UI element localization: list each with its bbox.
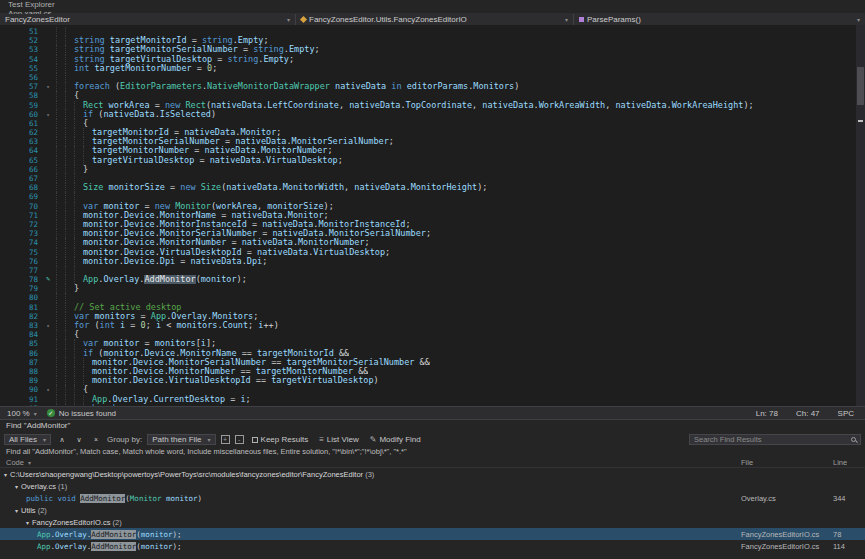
result-main-cell: App.Overlay.AddMonitor(monitor);	[0, 542, 741, 551]
code-line[interactable]: 87monitor.Device.MonitorSerialNumber == …	[0, 358, 865, 367]
code-line[interactable]: 81// Set active desktop	[0, 303, 865, 312]
code-line[interactable]: 90▾{	[0, 385, 865, 394]
code-line[interactable]: 84{	[0, 330, 865, 339]
code-line[interactable]: 59Rect workArea = new Rect(nativeData.Le…	[0, 101, 865, 110]
collapse-all-icon[interactable]: -	[235, 435, 244, 444]
result-group-row[interactable]: ▾Overlay.cs (1)	[0, 480, 865, 492]
code-token: ,	[472, 101, 482, 110]
column-header-file[interactable]: File	[741, 458, 833, 467]
code-editor[interactable]: 5152string targetMonitorId = string.Empt…	[0, 25, 865, 406]
code-line[interactable]: 52string targetMonitorId = string.Empty;	[0, 36, 865, 45]
code-line[interactable]: 71monitor.Device.MonitorName = nativeDat…	[0, 211, 865, 220]
code-line[interactable]: 70var monitor = new Monitor(workArea, mo…	[0, 202, 865, 211]
keep-results-label: Keep Results	[261, 435, 309, 444]
expander-icon[interactable]: ▾	[15, 507, 18, 514]
spaces-indicator[interactable]: SPC	[834, 409, 858, 418]
modify-find-button[interactable]: ✎ Modify Find	[367, 434, 424, 445]
project-dropdown[interactable]: FancyZonesEditor ▾	[0, 14, 296, 25]
code-token: Overlay	[103, 275, 139, 284]
vertical-scrollbar[interactable]	[856, 25, 865, 406]
code-token: targetMonitorNumber	[92, 146, 189, 155]
code-line[interactable]: 60▾if (nativeData.IsSelected)	[0, 110, 865, 119]
code-line[interactable]: 85var monitor = monitors[i];	[0, 339, 865, 348]
gutter-cell	[42, 64, 54, 73]
tab-test-explorer[interactable]: Test Explorer	[0, 0, 108, 9]
document-health-indicator[interactable]: ✓ No issues found	[47, 409, 116, 418]
code-line[interactable]: 54string targetVirtualDesktop = string.E…	[0, 55, 865, 64]
result-match-row[interactable]: App.Overlay.AddMonitor(monitor);FancyZon…	[0, 528, 865, 540]
code-line[interactable]: 67	[0, 174, 865, 183]
list-view-toggle[interactable]: ≡ List View	[316, 434, 362, 445]
indent-guide	[65, 101, 74, 110]
code-line[interactable]: 91App.Overlay.CurrentDesktop = i;	[0, 395, 865, 404]
next-match-button[interactable]: ∨	[73, 434, 85, 445]
class-icon	[300, 16, 307, 23]
code-line[interactable]: 77	[0, 266, 865, 275]
clear-results-button[interactable]: ×	[90, 434, 102, 445]
code-line[interactable]: 56	[0, 73, 865, 82]
member-dropdown[interactable]: ParseParams() ▾	[574, 14, 865, 25]
line-indicator[interactable]: Ln: 78	[752, 409, 782, 418]
group-by-dropdown[interactable]: Path then File ▾	[147, 434, 215, 445]
fold-chevron-icon[interactable]: ▾	[42, 82, 54, 91]
expand-all-icon[interactable]: +	[221, 435, 230, 444]
fold-chevron-icon[interactable]: ▾	[42, 110, 54, 119]
zoom-control[interactable]: 100 % ▾	[7, 409, 37, 418]
fold-chevron-icon[interactable]: ▾	[42, 321, 54, 330]
code-line[interactable]: 69	[0, 192, 865, 201]
code-line[interactable]: 61{	[0, 119, 865, 128]
code-line[interactable]: 53string targetMonitorSerialNumber = str…	[0, 45, 865, 54]
column-header-code[interactable]: Code ▾	[0, 458, 741, 467]
code-line[interactable]: 88monitor.Device.MonitorNumber == target…	[0, 367, 865, 376]
result-main-cell: ▾FancyZonesEditorIO.cs (2)	[0, 518, 741, 527]
code-line[interactable]: 92break;	[0, 404, 865, 406]
method-icon	[579, 17, 584, 22]
code-line[interactable]: 64targetMonitorNumber = nativeData.Monit…	[0, 146, 865, 155]
column-indicator[interactable]: Ch: 47	[792, 409, 824, 418]
expander-icon[interactable]: ▾	[4, 471, 7, 478]
gutter-cell	[42, 339, 54, 348]
scope-dropdown[interactable]: All Files ▾	[4, 434, 51, 445]
expander-icon[interactable]: ▾	[15, 483, 18, 490]
code-line[interactable]: 73monitor.Device.MonitorSerialNumber = n…	[0, 229, 865, 238]
search-input[interactable]	[694, 435, 851, 444]
keep-results-toggle[interactable]: Keep Results	[249, 434, 312, 445]
code-line[interactable]: 74monitor.Device.MonitorNumber = nativeD…	[0, 238, 865, 247]
result-match-row[interactable]: public void AddMonitor(Monitor monitor)O…	[0, 492, 865, 504]
code-line[interactable]: 55int targetMonitorNumber = 0;	[0, 64, 865, 73]
result-group-row[interactable]: ▾C:\Users\shaopengwang\Desktop\powertoys…	[0, 468, 865, 480]
code-line[interactable]: 78✎App.Overlay.AddMonitor(monitor);	[0, 275, 865, 284]
code-line[interactable]: 63targetMonitorSerialNumber = nativeData…	[0, 137, 865, 146]
search-results-box[interactable]	[689, 434, 861, 445]
code-token: App	[92, 395, 107, 404]
code-line[interactable]: 83▾for (int i = 0; i < monitors.Count; i…	[0, 321, 865, 330]
code-line[interactable]: 82var monitors = App.Overlay.Monitors;	[0, 312, 865, 321]
code-line[interactable]: 80	[0, 293, 865, 302]
previous-match-button[interactable]: ∧	[56, 434, 68, 445]
fold-chevron-icon[interactable]: ▾	[42, 385, 54, 394]
code-line[interactable]: 65targetVirtualDesktop = nativeData.Virt…	[0, 156, 865, 165]
code-line[interactable]: 75monitor.Device.VirtualDesktopId = nati…	[0, 248, 865, 257]
code-token: workArea	[109, 101, 150, 110]
code-line[interactable]: 58{	[0, 91, 865, 100]
code-line[interactable]: 79}	[0, 284, 865, 293]
code-line[interactable]: 68Size monitorSize = new Size(nativeData…	[0, 183, 865, 192]
code-line[interactable]: 51	[0, 27, 865, 36]
code-token: in	[391, 82, 401, 91]
result-match-row[interactable]: App.Overlay.AddMonitor(monitor);FancyZon…	[0, 540, 865, 552]
type-dropdown[interactable]: FancyZonesEditor.Utils.FancyZonesEditorI…	[296, 14, 574, 25]
code-line[interactable]: 66}	[0, 165, 865, 174]
code-line[interactable]: 86if (monitor.Device.MonitorName == targ…	[0, 349, 865, 358]
code-line[interactable]: 89monitor.Device.VirtualDesktopId == tar…	[0, 376, 865, 385]
scrollbar-thumb[interactable]	[857, 67, 864, 105]
code-line[interactable]: 76monitor.Device.Dpi = nativeData.Dpi;	[0, 257, 865, 266]
expander-icon[interactable]: ▾	[26, 519, 29, 526]
code-line[interactable]: 72monitor.Device.MonitorInstanceId = nat…	[0, 220, 865, 229]
result-group-row[interactable]: ▾FancyZonesEditorIO.cs (2)	[0, 516, 865, 528]
code-line[interactable]: 57▾foreach (EditorParameters.NativeMonit…	[0, 82, 865, 91]
result-group-row[interactable]: ▾Utils (2)	[0, 504, 865, 516]
line-number: 53	[0, 45, 42, 54]
gutter-cell	[42, 293, 54, 302]
code-line[interactable]: 62targetMonitorId = nativeData.Monitor;	[0, 128, 865, 137]
column-header-line[interactable]: Line	[833, 458, 865, 467]
